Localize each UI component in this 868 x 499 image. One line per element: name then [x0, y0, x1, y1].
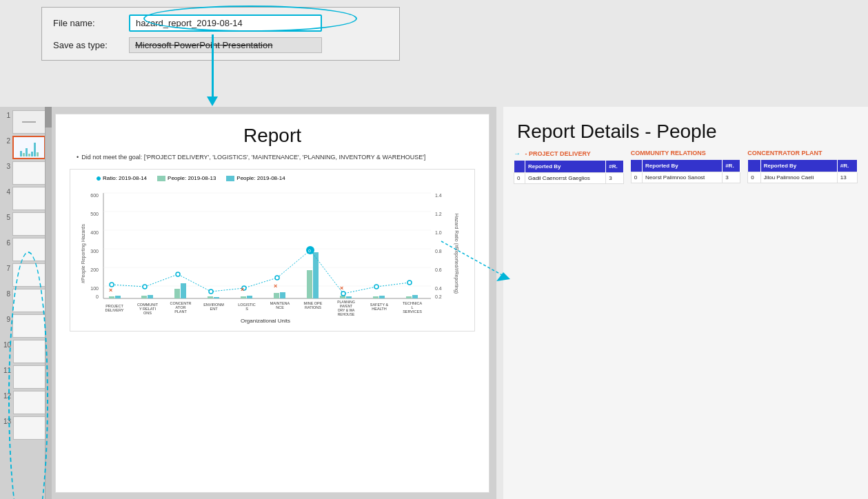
section-table-2: Reported By #R. 0 Neorst Palimnoo Sanost…	[631, 160, 741, 183]
slide-num-1: 1	[3, 110, 10, 119]
slide-thumb-2[interactable]: 2	[3, 136, 48, 159]
slide-thumb-6[interactable]: 6	[3, 238, 48, 261]
svg-text:SERVICES: SERVICES	[403, 309, 422, 314]
ratio-dot-icon	[97, 176, 101, 181]
svg-text:×: ×	[274, 283, 277, 289]
slide-img-5[interactable]	[12, 212, 46, 236]
svg-rect-19	[141, 296, 147, 298]
svg-text:Organizational Units: Organizational Units	[241, 318, 290, 324]
slide-thumb-9[interactable]: 9	[3, 314, 48, 338]
slide-img-12[interactable]	[13, 391, 46, 414]
slide-img-8[interactable]	[12, 289, 46, 312]
svg-rect-23	[208, 296, 213, 298]
cell-num-3-1: 0	[748, 172, 760, 183]
svg-text:×: ×	[340, 285, 343, 292]
svg-rect-27	[274, 293, 279, 298]
slide-content: Report Did not meet the goal: ['PROJECT …	[55, 114, 489, 493]
bar2-legend-label: People: 2019-08-14	[236, 175, 285, 181]
slide-thumb-1[interactable]: 1	[3, 110, 48, 134]
slide-img-10[interactable]	[13, 340, 46, 363]
svg-rect-17	[109, 296, 114, 298]
svg-point-40	[209, 289, 213, 294]
slide-img-13[interactable]	[13, 416, 46, 440]
savetype-row: Save as type: Microsoft PowerPoint Prese…	[53, 37, 388, 53]
sections-row: → - PROJECT DELIVERY Reported By #R. 0 G…	[503, 146, 868, 187]
save-type-value: Microsoft PowerPoint Presentation	[129, 37, 322, 53]
table-row: 0 Gadil Caenorrst Gaeglios 3	[514, 173, 624, 184]
slide-img-1[interactable]	[12, 110, 46, 134]
svg-text:300: 300	[90, 249, 99, 254]
chart-legend: Ratio: 2019-08-14 People: 2019-08-13 Peo…	[76, 175, 469, 181]
svg-point-45	[341, 292, 345, 296]
svg-text:ENT: ENT	[210, 307, 219, 311]
cell-count-1-1: 3	[606, 173, 623, 184]
svg-rect-24	[214, 297, 219, 298]
table-row: 0 Jilou Palimnoo Caeli 13	[748, 172, 858, 183]
svg-text:PLANT: PLANT	[174, 309, 187, 314]
scroll-thumb[interactable]	[45, 107, 52, 128]
svg-point-38	[143, 285, 147, 289]
slide-img-9[interactable]	[12, 314, 46, 338]
table-col-hash-r-1: #R.	[606, 161, 623, 173]
bar1-legend-item: People: 2019-08-13	[157, 175, 216, 181]
svg-rect-33	[373, 296, 379, 298]
section-community-relations: COMMUNITY RELATIONS Reported By #R. 0 Ne…	[627, 150, 745, 184]
scrollbar[interactable]	[45, 107, 52, 499]
section-project-delivery: → - PROJECT DELIVERY Reported By #R. 0 G…	[510, 150, 627, 184]
svg-text:500: 500	[90, 212, 99, 216]
table-col-num-1	[514, 161, 525, 173]
slide-thumb-13[interactable]: 13	[3, 416, 48, 440]
svg-rect-18	[115, 296, 121, 298]
type-label: Save as type:	[53, 40, 129, 50]
report-details-title: Report Details - People	[503, 107, 868, 146]
svg-point-46	[374, 285, 379, 289]
svg-text:1.2: 1.2	[435, 212, 442, 216]
main-chart-svg: 600 500 400 300 200 100 0 #People Report…	[76, 185, 469, 323]
slide-img-7[interactable]	[12, 263, 46, 287]
section-header-1: → - PROJECT DELIVERY	[514, 150, 624, 157]
slide-thumb-10[interactable]: 10	[3, 340, 48, 363]
svg-text:200: 200	[90, 267, 99, 272]
arrow-line	[212, 34, 214, 96]
svg-rect-20	[148, 295, 153, 298]
svg-rect-26	[247, 296, 252, 298]
slide-img-11[interactable]	[13, 365, 46, 389]
svg-text:0.2: 0.2	[435, 294, 442, 299]
slide-img-2[interactable]	[12, 136, 46, 159]
table-col-reported-by-2: Reported By	[643, 160, 723, 172]
svg-text:400: 400	[90, 230, 99, 235]
slide-thumb-8[interactable]: 8	[3, 289, 48, 312]
right-panel: Report Details - People → - PROJECT DELI…	[503, 107, 868, 499]
svg-text:HEALTH: HEALTH	[372, 307, 386, 311]
slide-title: Report	[70, 125, 475, 147]
slide-img-3[interactable]	[12, 161, 46, 185]
svg-text:NCE: NCE	[276, 305, 284, 309]
slide-thumb-12[interactable]: 12	[3, 391, 48, 414]
slide-img-4[interactable]	[12, 187, 46, 210]
svg-rect-34	[379, 296, 385, 298]
svg-point-39	[176, 272, 180, 276]
slide-thumb-3[interactable]: 3	[3, 161, 48, 185]
section-header-3: CONCENTRATOR PLANT	[747, 150, 858, 156]
arrow-head	[207, 96, 218, 106]
slide-img-6[interactable]	[12, 238, 46, 261]
table-row: 0 Neorst Palimnoo Sanost 3	[631, 172, 740, 183]
down-arrow	[207, 34, 218, 106]
table-col-num-2	[631, 160, 642, 172]
slide-thumb-5[interactable]: 5	[3, 212, 48, 236]
bar2-legend-item: People: 2019-08-14	[226, 175, 285, 181]
section-table-3: Reported By #R. 0 Jilou Palimnoo Caeli 1…	[747, 160, 858, 183]
slide-thumb-4[interactable]: 4	[3, 187, 48, 210]
cell-num-2-1: 0	[631, 172, 642, 183]
slide-thumb-7[interactable]: 7	[3, 263, 48, 287]
svg-text:DELIVERY: DELIVERY	[105, 308, 123, 312]
svg-text:×: ×	[109, 287, 112, 294]
svg-text:0.4: 0.4	[435, 286, 442, 291]
main-area: 1 2 3 4 5	[0, 107, 496, 499]
svg-rect-35	[406, 296, 412, 298]
svg-text:100: 100	[90, 286, 99, 291]
bar1-legend-color	[157, 176, 165, 181]
filename-input[interactable]	[129, 14, 322, 32]
section-arrow-1: →	[514, 150, 521, 157]
slide-thumb-11[interactable]: 11	[3, 365, 48, 389]
